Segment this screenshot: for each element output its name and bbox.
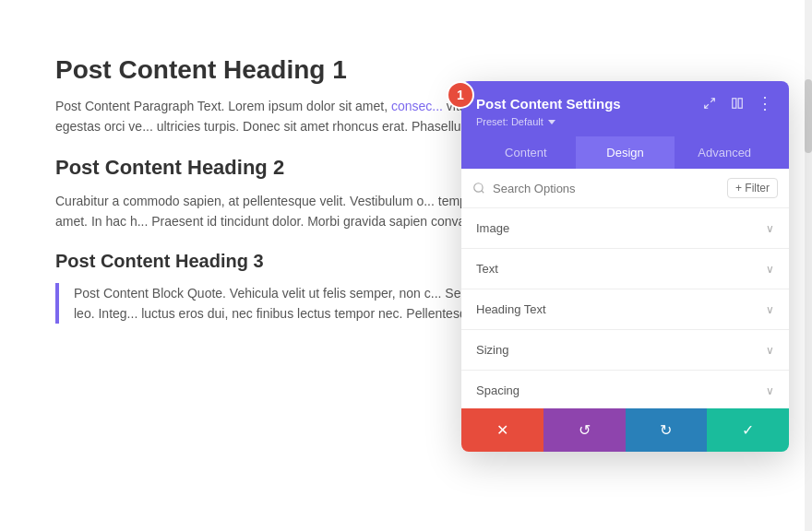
- save-button[interactable]: ✓: [707, 408, 789, 452]
- accordion-image-chevron: ∨: [766, 222, 774, 235]
- panel-tabs: Content Design Advanced: [476, 136, 774, 169]
- accordion-image-header[interactable]: Image ∨: [461, 208, 789, 248]
- cancel-button[interactable]: ✕: [461, 408, 543, 452]
- accordion-spacing-label: Spacing: [476, 384, 519, 397]
- undo-icon: ↺: [579, 421, 591, 439]
- svg-rect-2: [733, 99, 736, 109]
- accordion-text: Text ∨: [461, 249, 789, 289]
- accordion-image-label: Image: [476, 221, 509, 235]
- accordion-heading-text-chevron: ∨: [766, 303, 774, 316]
- more-icon[interactable]: ⋮: [756, 94, 774, 112]
- tab-content[interactable]: Content: [476, 136, 576, 169]
- panel-header: Post Content Settings ⋮: [461, 81, 789, 169]
- resize-icon[interactable]: [700, 94, 719, 112]
- save-icon: ✓: [742, 421, 754, 439]
- svg-point-5: [474, 183, 483, 192]
- accordion-spacing-chevron: ∨: [766, 384, 774, 397]
- accordion-spacing-header[interactable]: Spacing ∨: [461, 371, 789, 410]
- accordion-heading-text-header[interactable]: Heading Text ∨: [461, 289, 789, 329]
- accordion-sizing-label: Sizing: [476, 343, 508, 357]
- panel-search-row: + Filter: [461, 169, 789, 208]
- tab-design[interactable]: Design: [576, 136, 675, 169]
- accordion-sizing-header[interactable]: Sizing ∨: [461, 330, 789, 370]
- tab-advanced[interactable]: Advanced: [675, 136, 774, 169]
- accordion-heading-text-label: Heading Text: [476, 302, 546, 316]
- accordion-spacing: Spacing ∨: [461, 371, 789, 411]
- svg-line-0: [710, 99, 714, 102]
- accordion-text-label: Text: [476, 262, 498, 276]
- main-scroll-thumb[interactable]: [805, 79, 812, 153]
- cancel-icon: ✕: [496, 421, 508, 439]
- accordion-sizing-chevron: ∨: [766, 344, 774, 357]
- svg-marker-4: [548, 120, 555, 124]
- search-icon: [472, 182, 485, 195]
- filter-button[interactable]: + Filter: [727, 178, 778, 198]
- action-bar: ✕ ↺ ↻ ✓: [461, 408, 789, 452]
- svg-line-1: [705, 104, 709, 108]
- accordion-text-header[interactable]: Text ∨: [461, 249, 789, 289]
- settings-panel: Post Content Settings ⋮: [461, 81, 789, 452]
- panel-header-top: Post Content Settings ⋮: [476, 94, 774, 112]
- panel-header-icons: ⋮: [700, 94, 774, 112]
- search-input[interactable]: [493, 182, 720, 195]
- main-scrollbar[interactable]: [805, 0, 812, 531]
- accordion-image: Image ∨: [461, 208, 789, 249]
- accordion-text-chevron: ∨: [766, 263, 774, 276]
- redo-button[interactable]: ↻: [626, 408, 708, 452]
- svg-line-6: [482, 191, 484, 194]
- columns-icon[interactable]: [728, 94, 746, 112]
- panel-preset[interactable]: Preset: Default: [476, 116, 774, 127]
- accordion-sizing: Sizing ∨: [461, 330, 789, 371]
- redo-icon: ↻: [660, 421, 672, 439]
- step-badge: 1: [447, 81, 474, 109]
- svg-rect-3: [738, 99, 742, 109]
- paragraph-link[interactable]: consec...: [391, 99, 443, 113]
- undo-button[interactable]: ↺: [543, 408, 626, 452]
- panel-title: Post Content Settings: [476, 96, 621, 112]
- accordion-heading-text: Heading Text ∨: [461, 289, 789, 330]
